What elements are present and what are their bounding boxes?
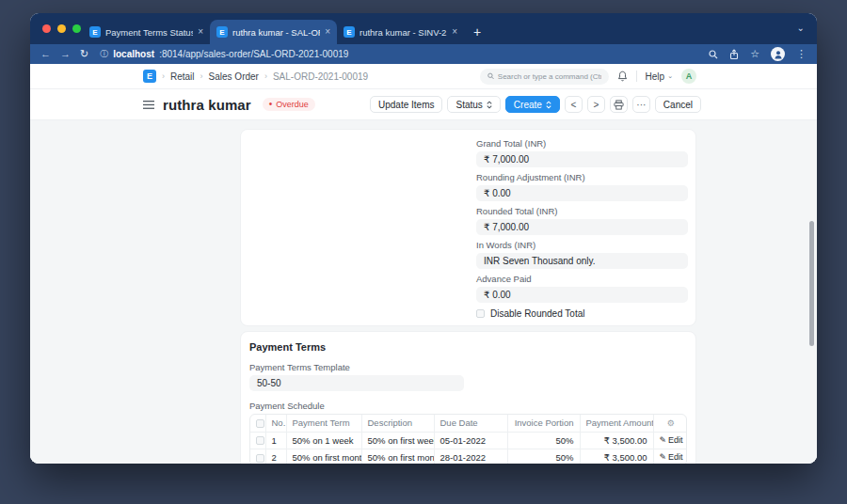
close-window-button[interactable] <box>42 24 51 33</box>
divider <box>636 71 637 82</box>
status-badge: • Overdue <box>263 98 315 111</box>
navbar-right: Help ⌄ A <box>480 69 696 85</box>
invoice-portion-cell[interactable]: 50% <box>507 432 580 449</box>
global-search[interactable] <box>480 69 609 85</box>
browser-profile-avatar[interactable] <box>771 47 785 61</box>
field-label: Payment Schedule <box>249 401 687 411</box>
menu-hamburger-icon[interactable] <box>143 101 154 109</box>
disable-rounded-total-checkbox[interactable] <box>476 309 485 318</box>
create-dropdown-button[interactable]: Create <box>505 96 560 113</box>
in-words-input[interactable]: INR Seven Thousand only. <box>476 253 688 269</box>
breadcrumb-retail[interactable]: Retail <box>170 71 195 82</box>
window-controls <box>42 24 81 33</box>
erpnext-logo[interactable]: E <box>143 70 156 83</box>
form-body: Grand Total (INR) ₹ 7,000.00 Rounding Ad… <box>30 120 817 464</box>
chevron-left-icon: < <box>570 100 576 110</box>
column-header-invoice-portion: Invoice Portion <box>507 415 580 432</box>
grand-total-field: Grand Total (INR) ₹ 7,000.00 <box>476 138 688 167</box>
payment-terms-template-input[interactable]: 50-50 <box>249 375 464 391</box>
tab-title: Payment Terms Status for Sale <box>105 27 193 38</box>
breadcrumb-sales-order[interactable]: Sales Order <box>209 71 259 82</box>
tab-close-icon[interactable]: × <box>452 27 457 37</box>
payment-amount-cell[interactable]: ₹ 3,500.00 <box>580 449 653 464</box>
row-edit-button[interactable]: ✎Edit <box>653 449 687 464</box>
grand-total-input[interactable]: ₹ 7,000.00 <box>476 151 688 167</box>
share-icon[interactable] <box>729 49 739 60</box>
next-document-button[interactable]: > <box>587 96 605 113</box>
browser-tab-sales-invoice[interactable]: E ruthra kumar - SINV-21-00032 × <box>337 20 464 44</box>
tab-close-icon[interactable]: × <box>325 27 330 37</box>
new-tab-button[interactable]: + <box>473 25 481 39</box>
printer-icon <box>614 100 624 110</box>
column-header-no: No. <box>265 415 286 432</box>
browser-window: E Payment Terms Status for Sale × E ruth… <box>30 13 817 464</box>
browser-address-bar: ← → ↻ ⓘ localhost:8014/app/sales-order/S… <box>30 44 817 64</box>
page-title[interactable]: ruthra kumar <box>163 97 251 113</box>
app-navbar: E › Retail › Sales Order › SAL-ORD-2021-… <box>30 64 817 89</box>
advance-paid-input[interactable]: ₹ 0.00 <box>476 287 688 303</box>
row-index: 2 <box>265 449 286 464</box>
tab-close-icon[interactable]: × <box>198 27 203 37</box>
description-cell[interactable]: 50% on first week. <box>361 432 434 449</box>
section-title: Payment Terms <box>249 341 687 353</box>
description-cell[interactable]: 50% on first month <box>361 449 434 464</box>
row-edit-button[interactable]: ✎Edit <box>653 432 687 449</box>
site-info-icon[interactable]: ⓘ <box>100 48 108 60</box>
status-dot-icon: • <box>269 100 273 109</box>
browser-menu-icon[interactable]: ⋮ <box>796 49 807 59</box>
row-index: 1 <box>265 432 286 449</box>
field-label: Rounded Total (INR) <box>476 206 688 216</box>
row-checkbox[interactable] <box>256 454 264 463</box>
row-checkbox[interactable] <box>256 436 264 445</box>
status-dropdown-button[interactable]: Status <box>447 96 500 113</box>
table-row: 2 50% on first month 50% on first month … <box>250 449 687 464</box>
vertical-scrollbar-thumb[interactable] <box>809 221 814 346</box>
search-icon[interactable] <box>709 50 718 59</box>
desktop-background: E Payment Terms Status for Sale × E ruth… <box>0 0 847 504</box>
erpnext-app: E › Retail › Sales Order › SAL-ORD-2021-… <box>30 64 817 464</box>
user-avatar[interactable]: A <box>681 69 696 84</box>
pencil-icon: ✎ <box>660 435 667 445</box>
rounded-total-field: Rounded Total (INR) ₹ 7,000.00 <box>476 206 688 235</box>
due-date-cell[interactable]: 05-01-2022 <box>434 432 507 449</box>
edit-label: Edit <box>668 452 683 462</box>
payment-amount-cell[interactable]: ₹ 3,500.00 <box>580 432 653 449</box>
cancel-button[interactable]: Cancel <box>655 96 701 113</box>
bookmark-star-icon[interactable]: ☆ <box>750 49 759 59</box>
back-icon[interactable]: ← <box>40 49 51 59</box>
breadcrumb-separator-icon: › <box>200 71 203 81</box>
print-button[interactable] <box>610 96 628 113</box>
totals-right-column: Grand Total (INR) ₹ 7,000.00 Rounding Ad… <box>476 138 688 319</box>
erpnext-favicon: E <box>216 26 228 38</box>
menu-overflow-button[interactable]: ··· <box>632 96 650 113</box>
tab-search-chevron-icon[interactable]: ⌄ <box>797 24 805 33</box>
column-header-due-date: Due Date <box>434 415 507 432</box>
browser-tab-sales-order-active[interactable]: E ruthra kumar - SAL-ORD-2021 × <box>210 20 337 44</box>
previous-document-button[interactable]: < <box>565 96 583 113</box>
rounded-total-input[interactable]: ₹ 7,000.00 <box>476 219 688 235</box>
minimize-window-button[interactable] <box>57 24 66 33</box>
browser-tab-strip: E Payment Terms Status for Sale × E ruth… <box>30 13 817 44</box>
rounding-adjustment-input[interactable]: ₹ 0.00 <box>476 185 688 201</box>
help-menu[interactable]: Help ⌄ <box>646 71 673 82</box>
disable-rounded-total-row: Disable Rounded Total <box>476 308 688 319</box>
invoice-portion-cell[interactable]: 50% <box>507 449 580 464</box>
select-caret-icon <box>546 101 551 109</box>
page-actions: Update Items Status Create <box>370 96 701 113</box>
payment-term-cell[interactable]: 50% on 1 week <box>286 432 361 449</box>
url-path: :8014/app/sales-order/SAL-ORD-2021-00019 <box>159 49 348 59</box>
select-all-checkbox[interactable] <box>256 419 264 428</box>
zoom-window-button[interactable] <box>72 24 81 33</box>
grid-settings-gear-icon[interactable]: ⚙ <box>667 418 675 428</box>
reload-icon[interactable]: ↻ <box>80 49 88 59</box>
payment-term-cell[interactable]: 50% on first month <box>286 449 361 464</box>
due-date-cell[interactable]: 28-01-2022 <box>434 449 507 464</box>
breadcrumb-current-doc[interactable]: SAL-ORD-2021-00019 <box>273 71 368 82</box>
browser-tab-payment-terms-status[interactable]: E Payment Terms Status for Sale × <box>83 20 210 44</box>
update-items-button[interactable]: Update Items <box>370 96 442 113</box>
url-field[interactable]: ⓘ localhost:8014/app/sales-order/SAL-ORD… <box>100 48 348 60</box>
notifications-bell-icon[interactable] <box>617 71 628 82</box>
tab-title: ruthra kumar - SAL-ORD-2021 <box>232 27 320 38</box>
search-input[interactable] <box>498 72 601 81</box>
forward-icon[interactable]: → <box>60 49 71 59</box>
